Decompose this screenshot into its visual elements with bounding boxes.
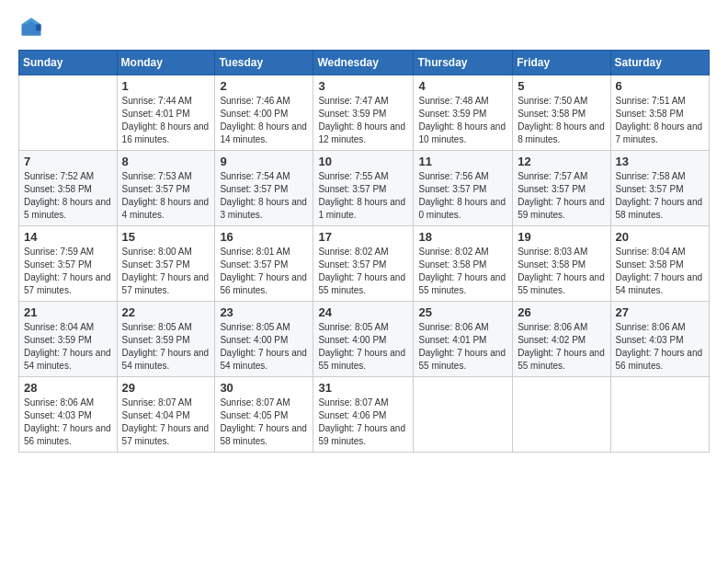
day-cell: 23Sunrise: 8:05 AMSunset: 4:00 PMDayligh… (215, 302, 313, 377)
day-detail: Sunrise: 8:03 AMSunset: 3:58 PMDaylight:… (518, 246, 605, 297)
day-detail: Sunrise: 8:06 AMSunset: 4:02 PMDaylight:… (518, 321, 605, 373)
week-row-1: 7Sunrise: 7:52 AMSunset: 3:58 PMDaylight… (19, 151, 710, 226)
day-number: 24 (318, 305, 408, 319)
day-detail: Sunrise: 8:02 AMSunset: 3:58 PMDaylight:… (418, 246, 507, 297)
week-row-4: 28Sunrise: 8:06 AMSunset: 4:03 PMDayligh… (19, 377, 710, 453)
weekday-header-monday: Monday (117, 51, 215, 75)
day-detail: Sunrise: 8:00 AMSunset: 3:57 PMDaylight:… (122, 246, 210, 297)
day-number: 8 (122, 155, 210, 168)
day-cell: 31Sunrise: 8:07 AMSunset: 4:06 PMDayligh… (313, 377, 414, 453)
day-cell: 18Sunrise: 8:02 AMSunset: 3:58 PMDayligh… (414, 226, 513, 302)
day-number: 10 (318, 155, 408, 168)
day-detail: Sunrise: 8:07 AMSunset: 4:06 PMDaylight:… (318, 396, 408, 448)
day-detail: Sunrise: 8:05 AMSunset: 3:59 PMDaylight:… (122, 321, 210, 373)
day-cell: 15Sunrise: 8:00 AMSunset: 3:57 PMDayligh… (117, 226, 215, 302)
day-detail: Sunrise: 7:59 AMSunset: 3:57 PMDaylight:… (24, 246, 112, 297)
day-number: 6 (616, 79, 704, 93)
day-number: 16 (220, 230, 308, 244)
day-detail: Sunrise: 7:52 AMSunset: 3:58 PMDaylight:… (24, 170, 112, 222)
day-detail: Sunrise: 7:54 AMSunset: 3:57 PMDaylight:… (220, 170, 308, 222)
day-cell: 14Sunrise: 7:59 AMSunset: 3:57 PMDayligh… (19, 226, 118, 302)
calendar: SundayMondayTuesdayWednesdayThursdayFrid… (18, 50, 710, 453)
day-cell: 30Sunrise: 8:07 AMSunset: 4:05 PMDayligh… (215, 377, 313, 453)
day-detail: Sunrise: 7:57 AMSunset: 3:57 PMDaylight:… (518, 170, 605, 222)
day-cell: 3Sunrise: 7:47 AMSunset: 3:59 PMDaylight… (313, 75, 414, 151)
day-number: 5 (518, 79, 605, 93)
day-cell: 5Sunrise: 7:50 AMSunset: 3:58 PMDaylight… (513, 75, 610, 151)
day-number: 19 (518, 230, 605, 244)
day-cell: 1Sunrise: 7:44 AMSunset: 4:01 PMDaylight… (117, 75, 215, 151)
day-detail: Sunrise: 8:05 AMSunset: 4:00 PMDaylight:… (318, 321, 408, 373)
day-detail: Sunrise: 8:06 AMSunset: 4:03 PMDaylight:… (24, 396, 112, 448)
header (18, 15, 710, 40)
day-cell: 27Sunrise: 8:06 AMSunset: 4:03 PMDayligh… (610, 302, 709, 377)
day-number: 30 (220, 381, 308, 395)
day-detail: Sunrise: 8:02 AMSunset: 3:57 PMDaylight:… (318, 246, 408, 297)
day-cell: 26Sunrise: 8:06 AMSunset: 4:02 PMDayligh… (513, 302, 610, 377)
day-number: 31 (318, 381, 408, 395)
weekday-header-row: SundayMondayTuesdayWednesdayThursdayFrid… (19, 51, 710, 75)
day-cell: 9Sunrise: 7:54 AMSunset: 3:57 PMDaylight… (215, 151, 313, 226)
day-cell: 17Sunrise: 8:02 AMSunset: 3:57 PMDayligh… (313, 226, 414, 302)
day-detail: Sunrise: 8:07 AMSunset: 4:04 PMDaylight:… (122, 396, 210, 448)
logo-icon (18, 15, 44, 40)
day-detail: Sunrise: 8:06 AMSunset: 4:01 PMDaylight:… (418, 321, 507, 373)
day-detail: Sunrise: 7:58 AMSunset: 3:57 PMDaylight:… (616, 170, 704, 222)
day-number: 15 (122, 230, 210, 244)
weekday-header-thursday: Thursday (414, 51, 513, 75)
day-cell: 4Sunrise: 7:48 AMSunset: 3:59 PMDaylight… (414, 75, 513, 151)
day-detail: Sunrise: 7:50 AMSunset: 3:58 PMDaylight:… (518, 95, 605, 146)
day-cell: 10Sunrise: 7:55 AMSunset: 3:57 PMDayligh… (313, 151, 414, 226)
day-detail: Sunrise: 7:55 AMSunset: 3:57 PMDaylight:… (318, 170, 408, 222)
day-detail: Sunrise: 8:04 AMSunset: 3:59 PMDaylight:… (24, 321, 112, 373)
day-cell: 20Sunrise: 8:04 AMSunset: 3:58 PMDayligh… (610, 226, 709, 302)
day-detail: Sunrise: 7:51 AMSunset: 3:58 PMDaylight:… (616, 95, 704, 146)
day-number: 21 (24, 305, 112, 319)
day-detail: Sunrise: 7:46 AMSunset: 4:00 PMDaylight:… (220, 95, 308, 146)
day-detail: Sunrise: 8:01 AMSunset: 3:57 PMDaylight:… (220, 246, 308, 297)
day-cell: 12Sunrise: 7:57 AMSunset: 3:57 PMDayligh… (513, 151, 610, 226)
day-number: 1 (122, 79, 210, 93)
day-number: 22 (122, 305, 210, 319)
day-cell: 21Sunrise: 8:04 AMSunset: 3:59 PMDayligh… (19, 302, 118, 377)
day-number: 7 (24, 155, 112, 168)
week-row-3: 21Sunrise: 8:04 AMSunset: 3:59 PMDayligh… (19, 302, 710, 377)
day-cell: 2Sunrise: 7:46 AMSunset: 4:00 PMDaylight… (215, 75, 313, 151)
weekday-header-saturday: Saturday (610, 51, 709, 75)
day-number: 29 (122, 381, 210, 395)
day-detail: Sunrise: 8:07 AMSunset: 4:05 PMDaylight:… (220, 396, 308, 448)
day-cell: 28Sunrise: 8:06 AMSunset: 4:03 PMDayligh… (19, 377, 118, 453)
day-cell: 22Sunrise: 8:05 AMSunset: 3:59 PMDayligh… (117, 302, 215, 377)
day-cell: 6Sunrise: 7:51 AMSunset: 3:58 PMDaylight… (610, 75, 709, 151)
day-detail: Sunrise: 8:06 AMSunset: 4:03 PMDaylight:… (616, 321, 704, 373)
day-cell: 24Sunrise: 8:05 AMSunset: 4:00 PMDayligh… (313, 302, 414, 377)
day-detail: Sunrise: 7:56 AMSunset: 3:57 PMDaylight:… (418, 170, 507, 222)
day-detail: Sunrise: 8:04 AMSunset: 3:58 PMDaylight:… (616, 246, 704, 297)
svg-marker-2 (36, 25, 40, 31)
day-cell (19, 75, 118, 151)
day-number: 20 (616, 230, 704, 244)
day-cell: 8Sunrise: 7:53 AMSunset: 3:57 PMDaylight… (117, 151, 215, 226)
day-number: 4 (418, 79, 507, 93)
day-number: 28 (24, 381, 112, 395)
day-number: 12 (518, 155, 605, 168)
day-number: 23 (220, 305, 308, 319)
day-cell: 19Sunrise: 8:03 AMSunset: 3:58 PMDayligh… (513, 226, 610, 302)
day-number: 25 (418, 305, 507, 319)
day-cell: 16Sunrise: 8:01 AMSunset: 3:57 PMDayligh… (215, 226, 313, 302)
day-number: 2 (220, 79, 308, 93)
day-cell: 11Sunrise: 7:56 AMSunset: 3:57 PMDayligh… (414, 151, 513, 226)
page: SundayMondayTuesdayWednesdayThursdayFrid… (0, 0, 728, 563)
day-number: 14 (24, 230, 112, 244)
day-cell (414, 377, 513, 453)
day-number: 13 (616, 155, 704, 168)
day-cell: 7Sunrise: 7:52 AMSunset: 3:58 PMDaylight… (19, 151, 118, 226)
week-row-2: 14Sunrise: 7:59 AMSunset: 3:57 PMDayligh… (19, 226, 710, 302)
day-cell: 25Sunrise: 8:06 AMSunset: 4:01 PMDayligh… (414, 302, 513, 377)
day-cell (513, 377, 610, 453)
day-number: 17 (318, 230, 408, 244)
day-detail: Sunrise: 7:44 AMSunset: 4:01 PMDaylight:… (122, 95, 210, 146)
day-number: 11 (418, 155, 507, 168)
day-number: 3 (318, 79, 408, 93)
weekday-header-tuesday: Tuesday (215, 51, 313, 75)
